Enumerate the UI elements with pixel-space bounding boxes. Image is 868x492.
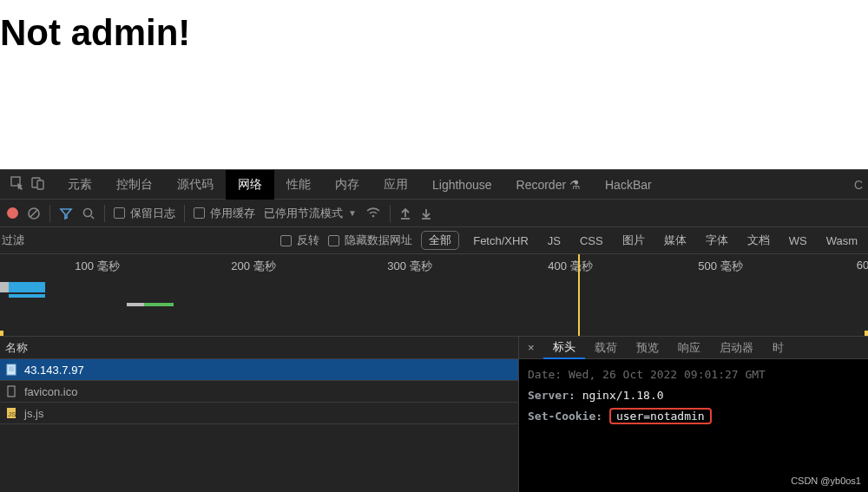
filter-css[interactable]: CSS bbox=[575, 234, 608, 247]
filter-all[interactable]: 全部 bbox=[421, 231, 459, 250]
request-name: favicon.ico bbox=[24, 385, 77, 398]
header-val-setcookie: user=notadmin bbox=[609, 408, 712, 424]
svg-text:JS: JS bbox=[8, 410, 16, 418]
response-headers: Date: Wed, 26 Oct 2022 09:01:27 GMT Serv… bbox=[519, 359, 868, 492]
load-event-line bbox=[578, 254, 580, 337]
timeline-tick: 300 毫秒 bbox=[387, 259, 431, 274]
tab-overflow[interactable]: C bbox=[854, 178, 868, 192]
tab-hackbar[interactable]: HackBar bbox=[593, 170, 664, 200]
filter-img[interactable]: 图片 bbox=[617, 233, 650, 248]
svg-line-4 bbox=[30, 210, 37, 217]
detail-tab-payload[interactable]: 载荷 bbox=[585, 337, 627, 359]
filter-ws[interactable]: WS bbox=[784, 234, 812, 247]
filter-font[interactable]: 字体 bbox=[700, 233, 733, 248]
js-file-icon: JS bbox=[5, 407, 17, 419]
timeline-tick: 60 bbox=[857, 259, 868, 272]
request-row[interactable]: JS js.js bbox=[0, 403, 518, 424]
filter-js[interactable]: JS bbox=[542, 234, 566, 247]
page-heading: Not admin! bbox=[0, 0, 868, 54]
network-timeline[interactable]: 100 毫秒 200 毫秒 300 毫秒 400 毫秒 500 毫秒 60 bbox=[0, 254, 868, 337]
throttling-select[interactable]: 已停用节流模式▼ bbox=[264, 206, 357, 221]
disable-cache-label: 停用缓存 bbox=[210, 206, 255, 221]
download-icon[interactable] bbox=[420, 207, 432, 220]
request-name: 43.143.7.97 bbox=[24, 364, 84, 377]
preserve-log-label: 保留日志 bbox=[130, 206, 175, 221]
request-row[interactable]: favicon.ico bbox=[0, 381, 518, 403]
tab-lighthouse[interactable]: Lighthouse bbox=[420, 170, 504, 200]
tab-memory[interactable]: 内存 bbox=[323, 170, 372, 200]
upload-icon[interactable] bbox=[399, 207, 411, 220]
timeline-tick: 200 毫秒 bbox=[231, 259, 275, 274]
tab-elements[interactable]: 元素 bbox=[56, 170, 104, 200]
timeline-tick: 400 毫秒 bbox=[548, 259, 592, 274]
tab-console[interactable]: 控制台 bbox=[104, 170, 165, 200]
svg-rect-10 bbox=[7, 364, 16, 375]
svg-point-7 bbox=[372, 215, 375, 218]
request-list: 名称 43.143.7.97 favicon.ico JS js.js bbox=[0, 337, 519, 492]
divider bbox=[390, 205, 391, 222]
invert-checkbox[interactable]: 反转 bbox=[280, 233, 319, 248]
request-name: js.js bbox=[24, 407, 43, 420]
devtools-panel: 元素 控制台 源代码 网络 性能 内存 应用 Lighthouse Record… bbox=[0, 169, 868, 492]
search-icon[interactable] bbox=[82, 207, 95, 220]
detail-tab-timing[interactable]: 时 bbox=[763, 337, 793, 359]
timeline-range-end bbox=[865, 331, 868, 336]
close-details-icon[interactable]: × bbox=[519, 341, 543, 354]
inspect-icon[interactable] bbox=[10, 176, 24, 193]
detail-tab-response[interactable]: 响应 bbox=[668, 337, 710, 359]
detail-tab-initiator[interactable]: 启动器 bbox=[710, 337, 763, 359]
svg-point-5 bbox=[84, 208, 92, 216]
preserve-log-checkbox[interactable]: 保留日志 bbox=[114, 206, 175, 221]
tab-recorder[interactable]: Recorder ⚗ bbox=[504, 170, 593, 200]
network-toolbar: 保留日志 停用缓存 已停用节流模式▼ bbox=[0, 200, 868, 227]
header-key-server: Server: bbox=[528, 389, 575, 402]
divider bbox=[184, 205, 185, 222]
timeline-tick: 100 毫秒 bbox=[75, 259, 119, 274]
filter-media[interactable]: 媒体 bbox=[659, 233, 692, 248]
file-icon bbox=[5, 385, 17, 397]
header-date: Date: Wed, 26 Oct 2022 09:01:27 GMT bbox=[528, 364, 859, 385]
timeline-range-start bbox=[0, 331, 3, 336]
document-icon bbox=[5, 364, 17, 376]
svg-rect-2 bbox=[37, 180, 43, 189]
detail-tab-headers[interactable]: 标头 bbox=[543, 337, 585, 359]
wifi-icon[interactable] bbox=[365, 205, 381, 221]
filter-input[interactable]: 过滤 bbox=[0, 233, 45, 248]
device-toggle-icon[interactable] bbox=[31, 176, 45, 193]
tab-application[interactable]: 应用 bbox=[372, 170, 420, 200]
filter-fetch-xhr[interactable]: Fetch/XHR bbox=[468, 234, 534, 247]
column-header-name[interactable]: 名称 bbox=[0, 337, 518, 359]
disable-cache-checkbox[interactable]: 停用缓存 bbox=[194, 206, 255, 221]
request-row[interactable]: 43.143.7.97 bbox=[0, 359, 518, 381]
flask-icon: ⚗ bbox=[569, 178, 581, 192]
record-button[interactable] bbox=[7, 207, 18, 219]
header-key-setcookie: Set-Cookie: bbox=[528, 410, 602, 423]
hide-data-urls-checkbox[interactable]: 隐藏数据网址 bbox=[328, 233, 412, 248]
devtools-tabbar: 元素 控制台 源代码 网络 性能 内存 应用 Lighthouse Record… bbox=[0, 170, 868, 200]
filter-bar: 过滤 反转 隐藏数据网址 全部 Fetch/XHR JS CSS 图片 媒体 字… bbox=[0, 227, 868, 254]
svg-line-6 bbox=[91, 216, 94, 219]
timeline-tick: 500 毫秒 bbox=[698, 259, 742, 274]
header-val-server: nginx/1.18.0 bbox=[582, 389, 664, 402]
tab-performance[interactable]: 性能 bbox=[274, 170, 323, 200]
svg-rect-14 bbox=[8, 386, 15, 397]
divider bbox=[104, 205, 105, 222]
filter-doc[interactable]: 文档 bbox=[742, 233, 775, 248]
watermark: CSDN @yb0os1 bbox=[791, 476, 861, 487]
divider bbox=[49, 205, 50, 222]
detail-tab-preview[interactable]: 预览 bbox=[627, 337, 668, 359]
chevron-down-icon: ▼ bbox=[348, 208, 357, 218]
filter-toggle-icon[interactable] bbox=[59, 207, 73, 220]
tab-network[interactable]: 网络 bbox=[226, 170, 274, 200]
tab-sources[interactable]: 源代码 bbox=[165, 170, 226, 200]
request-details: × 标头 载荷 预览 响应 启动器 时 Date: Wed, 26 Oct 20… bbox=[519, 337, 868, 492]
clear-button[interactable] bbox=[27, 207, 41, 220]
filter-wasm[interactable]: Wasm bbox=[821, 234, 863, 247]
